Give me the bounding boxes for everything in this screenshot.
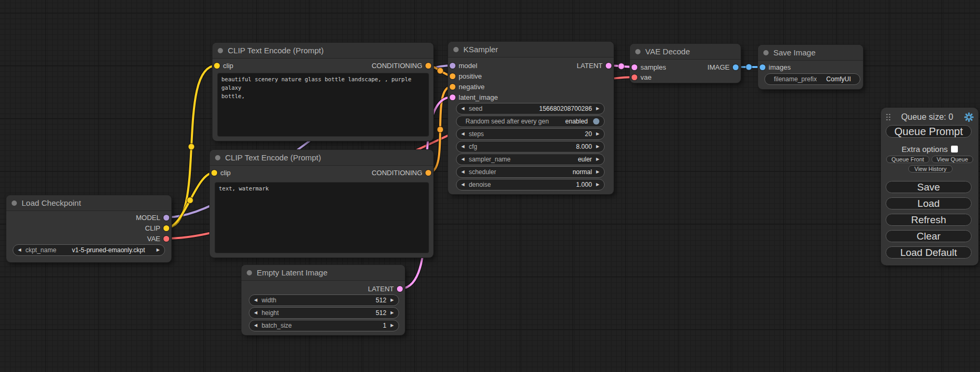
- widget-sampler_name[interactable]: ◀sampler_nameeuler▶: [456, 154, 605, 165]
- image-port-icon[interactable]: [733, 64, 739, 70]
- output-port-vae[interactable]: VAE: [147, 234, 169, 243]
- queue-front-button[interactable]: Queue Front: [886, 156, 929, 163]
- load-button[interactable]: Load: [886, 197, 972, 209]
- node-ksampler[interactable]: KSampler model positive negative latent_…: [448, 42, 614, 194]
- decrement-arrow-icon[interactable]: ◀: [461, 170, 464, 174]
- input-port-model[interactable]: model: [450, 61, 477, 70]
- model-port-icon[interactable]: [163, 215, 169, 221]
- clip-port-icon[interactable]: [214, 63, 220, 69]
- latent-port-icon[interactable]: [450, 94, 455, 100]
- input-port-images[interactable]: images: [760, 63, 791, 71]
- increment-arrow-icon[interactable]: ▶: [391, 298, 394, 302]
- widget-width[interactable]: ◀width512▶: [249, 294, 399, 306]
- view-queue-button[interactable]: View Queue: [932, 156, 973, 163]
- refresh-button[interactable]: Refresh: [886, 214, 972, 226]
- node-title-bar[interactable]: Empty Latent Image: [241, 265, 405, 281]
- collapse-dot-icon[interactable]: [218, 48, 223, 53]
- node-save-image[interactable]: Save Image images filename_prefixComfyUI: [758, 45, 863, 89]
- load-default-button[interactable]: Load Default: [886, 246, 972, 259]
- widget-seed[interactable]: ◀seed156680208700286▶: [456, 103, 605, 115]
- output-port-conditioning[interactable]: CONDITIONING: [372, 61, 431, 70]
- clear-button[interactable]: Clear: [886, 230, 972, 242]
- node-clip-text-encode-1[interactable]: CLIP Text Encode (Prompt) clip CONDITION…: [212, 43, 433, 141]
- output-port-model[interactable]: MODEL: [136, 213, 169, 222]
- queue-prompt-button[interactable]: Queue Prompt: [886, 125, 972, 138]
- widget-random-seed-after-every-gen[interactable]: Random seed after every genenabled: [456, 116, 605, 127]
- image-port-icon[interactable]: [760, 64, 765, 70]
- input-port-clip[interactable]: clip: [214, 61, 234, 70]
- increment-arrow-icon[interactable]: ▶: [596, 145, 599, 149]
- node-title-bar[interactable]: Load Checkpoint: [6, 195, 171, 211]
- increment-arrow-icon[interactable]: ▶: [596, 170, 599, 174]
- widget-steps[interactable]: ◀steps20▶: [456, 128, 605, 140]
- input-port-negative[interactable]: negative: [450, 82, 484, 91]
- collapse-dot-icon[interactable]: [247, 270, 252, 275]
- widget-cfg[interactable]: ◀cfg8.000▶: [456, 141, 605, 152]
- node-vae-decode[interactable]: VAE Decode samples vae IMAGE: [630, 44, 741, 83]
- decrement-arrow-icon[interactable]: ◀: [461, 145, 464, 149]
- widget-ckpt_name[interactable]: ◀ckpt_namev1-5-pruned-emaonly.ckpt▶: [13, 244, 165, 256]
- prompt-textarea[interactable]: text, watermark: [215, 182, 429, 253]
- drag-handle-icon[interactable]: [886, 114, 890, 121]
- conditioning-port-icon[interactable]: [450, 84, 455, 90]
- node-title-bar[interactable]: Save Image: [758, 45, 863, 61]
- save-button[interactable]: Save: [886, 181, 972, 193]
- extra-options-checkbox[interactable]: [951, 146, 958, 152]
- settings-gear-icon[interactable]: [964, 112, 974, 122]
- conditioning-port-icon[interactable]: [450, 73, 455, 79]
- decrement-arrow-icon[interactable]: ◀: [254, 298, 257, 302]
- increment-arrow-icon[interactable]: ▶: [596, 132, 599, 136]
- output-port-image[interactable]: IMAGE: [707, 63, 739, 71]
- decrement-arrow-icon[interactable]: ◀: [461, 157, 464, 161]
- latent-port-icon[interactable]: [397, 286, 403, 292]
- node-empty-latent-image[interactable]: Empty Latent Image LATENT ◀width512▶◀hei…: [241, 265, 405, 335]
- toggle-knob-icon[interactable]: [593, 118, 599, 125]
- conditioning-port-icon[interactable]: [425, 63, 431, 69]
- widget-batch_size[interactable]: ◀batch_size1▶: [249, 320, 399, 331]
- widget-denoise[interactable]: ◀denoise1.000▶: [456, 179, 605, 190]
- decrement-arrow-icon[interactable]: ◀: [18, 248, 21, 252]
- vae-port-icon[interactable]: [632, 74, 637, 80]
- increment-arrow-icon[interactable]: ▶: [391, 323, 394, 328]
- output-port-latent[interactable]: LATENT: [368, 284, 403, 293]
- latent-port-icon[interactable]: [606, 63, 612, 69]
- decrement-arrow-icon[interactable]: ◀: [461, 183, 464, 187]
- prompt-textarea[interactable]: beautiful scenery nature glass bottle la…: [217, 73, 429, 137]
- node-load-checkpoint[interactable]: Load Checkpoint MODEL CLIP VAE ◀ckpt_nam…: [6, 195, 171, 262]
- collapse-dot-icon[interactable]: [12, 201, 17, 206]
- output-port-conditioning[interactable]: CONDITIONING: [372, 168, 431, 177]
- output-port-clip[interactable]: CLIP: [145, 224, 169, 232]
- node-title-bar[interactable]: KSampler: [448, 42, 614, 58]
- collapse-dot-icon[interactable]: [453, 47, 459, 52]
- decrement-arrow-icon[interactable]: ◀: [461, 132, 464, 136]
- decrement-arrow-icon[interactable]: ◀: [254, 311, 257, 315]
- increment-arrow-icon[interactable]: ▶: [596, 183, 599, 187]
- widget-height[interactable]: ◀height512▶: [249, 307, 399, 319]
- input-port-latent-image[interactable]: latent_image: [450, 93, 498, 101]
- increment-arrow-icon[interactable]: ▶: [391, 311, 394, 315]
- view-history-button[interactable]: View History: [908, 165, 953, 173]
- node-clip-text-encode-2[interactable]: CLIP Text Encode (Prompt) clip CONDITION…: [210, 150, 433, 257]
- clip-port-icon[interactable]: [163, 225, 169, 231]
- clip-port-icon[interactable]: [211, 170, 217, 176]
- node-title-bar[interactable]: CLIP Text Encode (Prompt): [210, 150, 433, 166]
- vae-port-icon[interactable]: [163, 236, 169, 242]
- widget-filename_prefix[interactable]: filename_prefixComfyUI: [764, 73, 860, 85]
- input-port-samples[interactable]: samples: [632, 63, 666, 71]
- collapse-dot-icon[interactable]: [215, 155, 220, 160]
- increment-arrow-icon[interactable]: ▶: [596, 157, 599, 161]
- collapse-dot-icon[interactable]: [635, 49, 641, 54]
- increment-arrow-icon[interactable]: ▶: [596, 107, 599, 111]
- increment-arrow-icon[interactable]: ▶: [157, 248, 160, 252]
- latent-port-icon[interactable]: [632, 64, 637, 70]
- node-title-bar[interactable]: VAE Decode: [630, 44, 741, 60]
- model-port-icon[interactable]: [450, 63, 455, 69]
- input-port-clip[interactable]: clip: [211, 168, 231, 177]
- conditioning-port-icon[interactable]: [425, 170, 431, 176]
- input-port-vae[interactable]: vae: [632, 73, 652, 81]
- decrement-arrow-icon[interactable]: ◀: [254, 323, 257, 328]
- output-port-latent[interactable]: LATENT: [577, 61, 612, 70]
- widget-scheduler[interactable]: ◀schedulernormal▶: [456, 166, 605, 178]
- node-title-bar[interactable]: CLIP Text Encode (Prompt): [212, 43, 433, 59]
- input-port-positive[interactable]: positive: [450, 72, 482, 80]
